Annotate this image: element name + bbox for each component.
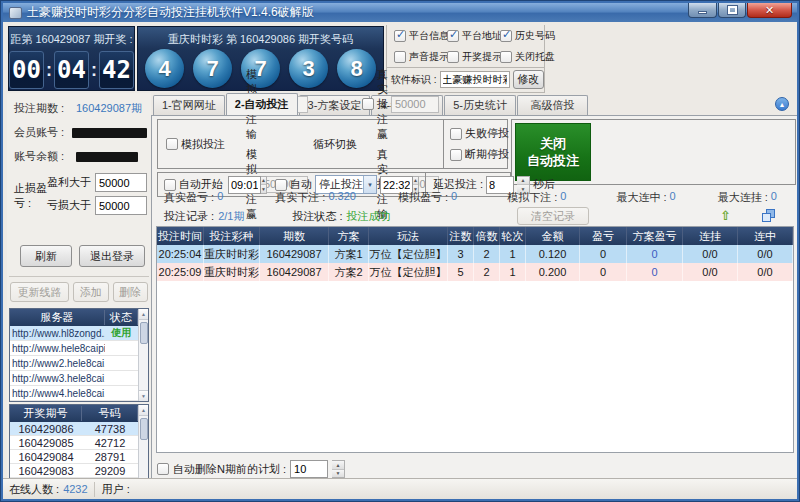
checkbox-icon[interactable] bbox=[362, 98, 374, 110]
spinner-up-icon[interactable]: ▲ bbox=[332, 461, 344, 470]
close-auto-bet-line2: 自动投注 bbox=[527, 152, 579, 169]
tab-official-site[interactable]: 1-官网网址 bbox=[153, 95, 225, 115]
scrollbar-thumb[interactable] bbox=[140, 418, 148, 440]
app-window: 土豪赚投时时彩分分彩自动投注挂机软件V1.4.6破解版 ✕ 距第 1604290… bbox=[0, 0, 800, 502]
tab-advanced-multiplier[interactable]: 高级倍投 bbox=[517, 95, 588, 115]
countdown-seconds: 42 bbox=[99, 51, 134, 89]
close-tray-checkbox[interactable]: 关闭托盘 bbox=[500, 50, 549, 64]
cell-amount: 0.120 bbox=[526, 245, 580, 263]
scrollbar-thumb[interactable] bbox=[140, 322, 148, 344]
server-row[interactable]: http://www.hl8zongd...使用 bbox=[10, 326, 138, 341]
draw-row[interactable]: 16042908329209 bbox=[10, 464, 138, 478]
tab-plan-setting[interactable]: 3-方案设定 bbox=[299, 95, 371, 115]
cell-plan: 方案2 bbox=[329, 263, 369, 281]
bet-records-table: 投注时间 投注彩种 期数 方案 玩法 注数 倍数 轮次 金额 盈亏 方案盈亏 连… bbox=[156, 226, 794, 453]
divider bbox=[94, 482, 95, 497]
column-header: 连挂 bbox=[683, 227, 738, 245]
auto-delete-checkbox[interactable] bbox=[157, 463, 169, 475]
cell-amount: 0.200 bbox=[526, 263, 580, 281]
delete-button[interactable]: 删除 bbox=[113, 282, 148, 302]
online-count-value: 4232 bbox=[63, 483, 87, 495]
fail-stop-checkbox[interactable]: 失败停投 bbox=[450, 126, 509, 141]
scrollbar-down-icon[interactable]: ▼ bbox=[139, 390, 148, 401]
auto-delete-stepper[interactable]: ▲▼ bbox=[332, 460, 345, 478]
loss-gt-input[interactable] bbox=[95, 196, 147, 215]
checkbox-label: 关闭托盘 bbox=[515, 50, 555, 64]
update-line-button[interactable]: 更新线路 bbox=[10, 282, 69, 302]
bet-period-label: 投注期数 : bbox=[14, 101, 76, 116]
draw-row[interactable]: 16042908647738 bbox=[10, 422, 138, 436]
cell-period: 160429087 bbox=[260, 245, 329, 263]
scrollbar-up-icon[interactable]: ▲ bbox=[139, 309, 148, 320]
countdown-colon: : bbox=[45, 60, 53, 81]
tab-auto-bet[interactable]: 2-自动投注 bbox=[226, 93, 298, 115]
cell-lottery-type: 重庆时时彩 bbox=[204, 245, 260, 263]
cell-streak-win: 0/0 bbox=[738, 245, 793, 263]
server-status: 使用 bbox=[105, 326, 138, 340]
draw-alert-checkbox[interactable]: 开奖提示 bbox=[447, 50, 496, 64]
close-button[interactable]: ✕ bbox=[747, 3, 792, 18]
checkbox-checked-icon bbox=[394, 30, 406, 42]
checkbox-icon bbox=[275, 179, 287, 191]
spinner-up-icon[interactable]: ▲ bbox=[261, 177, 266, 186]
tab-history-stats[interactable]: 5-历史统计 bbox=[444, 95, 516, 115]
countdown-minutes: 04 bbox=[54, 51, 89, 89]
server-row[interactable]: http://www.hele8caipi... bbox=[10, 341, 138, 356]
record-row: 投注记录 : 2/1期 投注状态 : 投注成功 清空记录 ⇧ bbox=[154, 206, 796, 226]
checkbox-icon bbox=[450, 149, 462, 161]
auto-bet-panel: 模拟投注 模拟投注输 模拟投注赢 循环切换 真实投注赢 真实投注输 失败停投 断… bbox=[151, 115, 799, 481]
history-number-checkbox[interactable]: 历史号码 bbox=[500, 29, 549, 43]
max-streak-win-label: 最大连中 : bbox=[616, 190, 666, 205]
server-url: http://www2.hele8cai... bbox=[10, 358, 105, 369]
auto-delete-label: 自动删除N期前的计划 : bbox=[173, 462, 286, 477]
profit-gt-input[interactable] bbox=[95, 173, 147, 192]
scroll-top-icon[interactable]: ▲ bbox=[775, 97, 789, 111]
server-row[interactable]: http://www2.hele8cai... bbox=[10, 356, 138, 371]
minimize-button[interactable] bbox=[688, 3, 717, 18]
checkbox-icon bbox=[500, 51, 512, 63]
column-header: 连中 bbox=[738, 227, 793, 245]
draw-period-column-header: 开奖期号 bbox=[10, 406, 82, 421]
platform-address-checkbox[interactable]: 平台地址 bbox=[447, 29, 496, 43]
stop-loss-label: 止损盈亏 : bbox=[14, 181, 47, 211]
column-header: 投注时间 bbox=[157, 227, 204, 245]
cell-bet-time: 20:25:04 bbox=[157, 245, 204, 263]
spinner-down-icon[interactable]: ▼ bbox=[332, 470, 344, 478]
maximize-button[interactable] bbox=[718, 3, 746, 18]
server-column-header: 服务器 bbox=[10, 310, 105, 325]
server-row[interactable]: http://www4.hele8cai... bbox=[10, 386, 138, 401]
table-row[interactable]: 20:25:09 重庆时时彩 160429087 方案2 万位【定位胆】 5 2… bbox=[157, 263, 793, 281]
break-stop-checkbox[interactable]: 断期停投 bbox=[450, 147, 509, 162]
draw-period: 160429085 bbox=[10, 437, 82, 449]
column-header: 期数 bbox=[260, 227, 329, 245]
spinner-up-icon[interactable]: ▲ bbox=[517, 177, 529, 186]
modify-button[interactable]: 修改 bbox=[513, 70, 544, 89]
max-streak-lose-label: 最大连挂 : bbox=[718, 190, 768, 205]
draw-row[interactable]: 16042908428791 bbox=[10, 450, 138, 464]
draw-ball: 7 bbox=[193, 49, 232, 88]
spinner-up-icon[interactable]: ▲ bbox=[413, 177, 418, 186]
logout-button[interactable]: 退出登录 bbox=[79, 245, 145, 267]
software-id-input[interactable] bbox=[440, 71, 510, 88]
server-scrollbar[interactable]: ▲ ▼ bbox=[138, 309, 148, 401]
clear-records-button[interactable]: 清空记录 bbox=[517, 207, 589, 225]
copy-icon[interactable] bbox=[762, 209, 775, 222]
sound-alert-checkbox[interactable]: 声音提示 bbox=[394, 50, 443, 64]
add-button[interactable]: 添加 bbox=[73, 282, 108, 302]
auto-delete-input[interactable] bbox=[290, 460, 328, 478]
refresh-button[interactable]: 刷新 bbox=[20, 245, 72, 267]
draw-row[interactable]: 16042908542712 bbox=[10, 436, 138, 450]
export-up-icon[interactable]: ⇧ bbox=[720, 208, 731, 223]
scrollbar-up-icon[interactable]: ▲ bbox=[139, 405, 148, 416]
sim-bet-checkbox[interactable]: 模拟投注 bbox=[158, 137, 231, 152]
table-row[interactable]: 20:25:04 重庆时时彩 160429087 方案1 万位【定位胆】 3 2… bbox=[157, 245, 793, 263]
real-win-input[interactable] bbox=[391, 96, 439, 113]
platform-info-checkbox[interactable]: 平台信息 bbox=[394, 29, 443, 43]
cell-plan-profit: 0 bbox=[627, 245, 683, 263]
draw-number-column-header: 号码 bbox=[82, 406, 138, 421]
checkbox-label: 模拟投注 bbox=[181, 137, 225, 152]
cell-round: 1 bbox=[500, 245, 526, 263]
server-row[interactable]: http://www3.hele8cai... bbox=[10, 371, 138, 386]
real-win-label: 真实投注赢 bbox=[377, 67, 388, 142]
stats-row: 真实盈亏 :0 真实下注 :0.320 模拟盈亏 :0 模拟下注 :0 最大连中… bbox=[154, 190, 796, 205]
